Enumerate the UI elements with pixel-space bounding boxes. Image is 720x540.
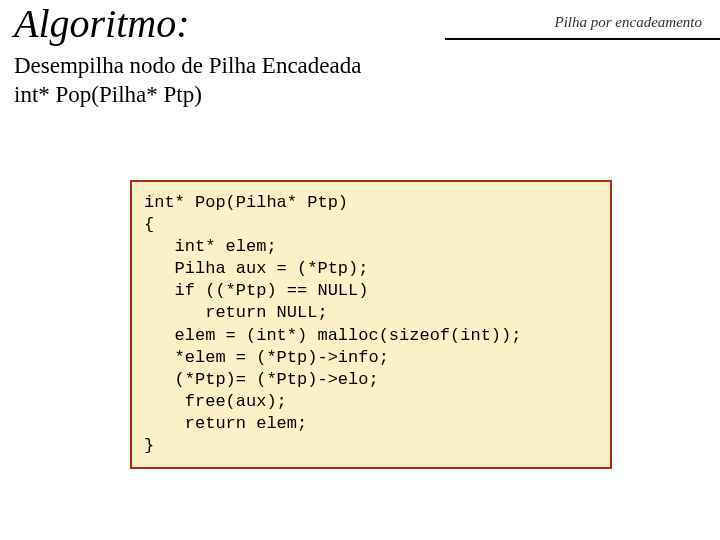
- code-box: int* Pop(Pilha* Ptp) { int* elem; Pilha …: [130, 180, 612, 469]
- code-line: {: [144, 215, 154, 234]
- code-line: return NULL;: [144, 303, 328, 322]
- subtitle-line-2: int* Pop(Pilha* Ptp): [14, 82, 202, 107]
- code-line: return elem;: [144, 414, 307, 433]
- slide: Algoritmo: Pilha por encadeamento Desemp…: [0, 0, 720, 540]
- code-line: int* elem;: [144, 237, 277, 256]
- code-line: if ((*Ptp) == NULL): [144, 281, 368, 300]
- slide-topic: Pilha por encadeamento: [555, 14, 702, 31]
- slide-title: Algoritmo:: [14, 0, 190, 47]
- slide-subtitle: Desempilha nodo de Pilha Encadeada int* …: [14, 52, 361, 110]
- code-block: int* Pop(Pilha* Ptp) { int* elem; Pilha …: [144, 192, 598, 457]
- code-line: free(aux);: [144, 392, 287, 411]
- code-line: Pilha aux = (*Ptp);: [144, 259, 368, 278]
- code-line: (*Ptp)= (*Ptp)->elo;: [144, 370, 379, 389]
- subtitle-line-1: Desempilha nodo de Pilha Encadeada: [14, 53, 361, 78]
- code-line: elem = (int*) malloc(sizeof(int));: [144, 326, 521, 345]
- code-line: }: [144, 436, 154, 455]
- code-line: *elem = (*Ptp)->info;: [144, 348, 389, 367]
- code-line: int* Pop(Pilha* Ptp): [144, 193, 348, 212]
- divider: [445, 38, 720, 40]
